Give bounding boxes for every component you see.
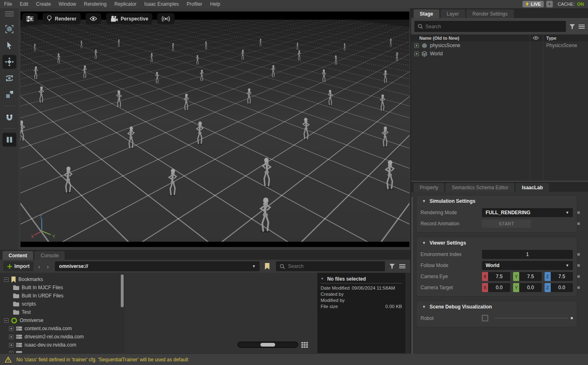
humanoid-figure	[271, 65, 275, 78]
renderer-button[interactable]: Renderer	[43, 13, 81, 24]
filter-icon[interactable]	[389, 263, 395, 269]
default-value-dot[interactable]	[577, 275, 580, 278]
tree-item-drivesim-server[interactable]: + drivesim2-rel.ov.nvidia.com	[0, 333, 125, 341]
bookmark-button[interactable]	[262, 261, 272, 271]
slider-track[interactable]	[237, 342, 298, 348]
camera-button[interactable]: Perspective	[106, 13, 152, 24]
type-column-label[interactable]: Type	[546, 36, 556, 41]
snap-tool[interactable]	[2, 110, 16, 124]
menu-item-file[interactable]: File	[4, 1, 12, 7]
slider-handle[interactable]	[260, 343, 275, 347]
expand-icon[interactable]: +	[9, 343, 14, 347]
camera-target-x-field[interactable]: 0.0	[488, 283, 510, 292]
stage-searchbox[interactable]	[414, 21, 566, 32]
stage-row-physicsscene[interactable]: + physicsScene PhysicsScene	[411, 41, 588, 50]
camera-eye-x-field[interactable]: 7.5	[488, 272, 510, 281]
tab-render-settings[interactable]: Render Settings	[466, 9, 514, 18]
section-header[interactable]: ▼ Simulation Settings	[421, 195, 573, 207]
tab-semantics-schema-editor[interactable]: Semantics Schema Editor	[446, 183, 514, 192]
menu-item-window[interactable]: Window	[59, 1, 76, 7]
viewport-settings-button[interactable]	[22, 13, 38, 24]
address-bar[interactable]: ▼	[55, 261, 260, 271]
tab-property[interactable]: Property	[414, 183, 444, 192]
collapse-icon[interactable]: −	[4, 318, 9, 323]
frame-selection-tool[interactable]	[2, 22, 16, 36]
default-value-dot[interactable]	[577, 264, 580, 267]
live-button[interactable]: LIVE	[522, 1, 543, 7]
tree-item-partial[interactable]: +	[0, 349, 125, 353]
rotate-tool[interactable]	[2, 71, 16, 85]
tree-item-content-server[interactable]: + content.ov.nvidia.com	[0, 324, 125, 333]
stage-row-world[interactable]: + World	[411, 50, 588, 58]
grid-view-icon[interactable]	[301, 342, 308, 348]
expand-icon[interactable]: +	[414, 43, 419, 48]
default-value-dot[interactable]	[571, 317, 573, 319]
default-value-dot[interactable]	[577, 253, 580, 256]
default-value-dot[interactable]	[577, 286, 580, 289]
expand-icon[interactable]: +	[414, 52, 419, 56]
move-tool[interactable]	[2, 55, 16, 69]
viewport[interactable]: X Y Z Renderer	[20, 11, 409, 247]
rendering-mode-dropdown[interactable]: FULL_RENDERING ▼	[482, 208, 573, 217]
camera-eye-z-field[interactable]: 7.5	[551, 272, 573, 281]
expand-icon[interactable]: +	[9, 326, 14, 331]
menu-item-isaac-examples[interactable]: Isaac Examples	[144, 1, 179, 7]
visibility-button[interactable]	[86, 13, 101, 24]
back-button[interactable]: ‹	[36, 263, 42, 270]
menu-item-edit[interactable]: Edit	[20, 1, 28, 7]
file-grid-area[interactable]	[125, 273, 317, 353]
toolbar-grip-icon[interactable]	[5, 11, 14, 16]
default-value-dot[interactable]	[577, 222, 580, 225]
expand-icon[interactable]: +	[9, 351, 14, 354]
tab-stage[interactable]: Stage	[414, 9, 439, 18]
environment-index-field[interactable]: 1	[482, 250, 573, 259]
scale-tool[interactable]	[2, 88, 16, 102]
tab-console[interactable]: Console	[34, 251, 65, 260]
section-header[interactable]: ▼ Scene Debug Visualization	[421, 301, 573, 313]
robot-debug-checkbox[interactable]	[482, 315, 488, 321]
content-searchbox[interactable]	[276, 261, 385, 271]
tree-item-omniverse[interactable]: − Omniverse	[0, 316, 125, 324]
filter-icon[interactable]	[569, 24, 575, 29]
tab-content[interactable]: Content	[2, 251, 33, 260]
stage-search-input[interactable]	[425, 24, 563, 29]
content-search-input[interactable]	[288, 263, 381, 269]
menu-item-help[interactable]: Help	[210, 1, 220, 7]
tab-layer[interactable]: Layer	[441, 9, 465, 18]
tree-item-test[interactable]: Test	[0, 308, 125, 316]
menu-item-replicator[interactable]: Replicator	[114, 1, 136, 7]
default-value-dot[interactable]	[577, 211, 580, 214]
select-tool[interactable]	[2, 39, 16, 52]
tree-scrollbar[interactable]	[121, 274, 124, 307]
menu-item-create[interactable]: Create	[36, 1, 51, 7]
path-input[interactable]	[59, 263, 252, 269]
forward-button[interactable]: ›	[45, 263, 51, 270]
tree-item-isaac-dev-server[interactable]: + isaac-dev.ov.nvidia.com	[0, 341, 125, 349]
live-dropdown-button[interactable]: ▼	[546, 1, 553, 7]
name-column-label[interactable]: Name (Old to New)	[411, 36, 459, 41]
camera-target-y-field[interactable]: 0.0	[519, 283, 541, 292]
menu-item-profiler[interactable]: Profiler	[187, 1, 202, 7]
collapse-icon[interactable]: −	[4, 277, 9, 282]
camera-target-z-field[interactable]: 0.0	[551, 283, 573, 292]
options-menu-icon[interactable]	[399, 264, 405, 269]
import-button[interactable]: Import	[3, 261, 34, 271]
options-menu-icon[interactable]	[579, 24, 585, 29]
record-button[interactable]	[157, 13, 174, 24]
details-header[interactable]: ▼ No files selected	[321, 275, 402, 283]
tree-item-scripts[interactable]: scripts	[0, 300, 125, 308]
section-header[interactable]: ▼ Viewer Settings	[421, 237, 573, 249]
pause-button[interactable]	[2, 133, 16, 147]
tree-item-urdf-files[interactable]: Built In URDF Files	[0, 292, 125, 300]
tree-item-bookmarks[interactable]: − Bookmarks	[0, 275, 125, 283]
follow-mode-dropdown[interactable]: World ▼	[482, 261, 573, 270]
chevron-down-icon[interactable]: ▼	[252, 264, 256, 268]
tab-isaaclab[interactable]: IsaacLab	[516, 183, 549, 192]
menu-item-rendering[interactable]: Rendering	[84, 1, 106, 7]
camera-eye-y-field[interactable]: 7.5	[519, 272, 541, 281]
expand-icon[interactable]: +	[9, 335, 14, 339]
tree-item-mjcf-files[interactable]: Built In MJCF Files	[0, 283, 125, 292]
start-recording-button[interactable]: START	[482, 220, 531, 228]
visibility-column-icon[interactable]	[533, 36, 539, 41]
vertical-scrollbar[interactable]	[412, 197, 413, 354]
